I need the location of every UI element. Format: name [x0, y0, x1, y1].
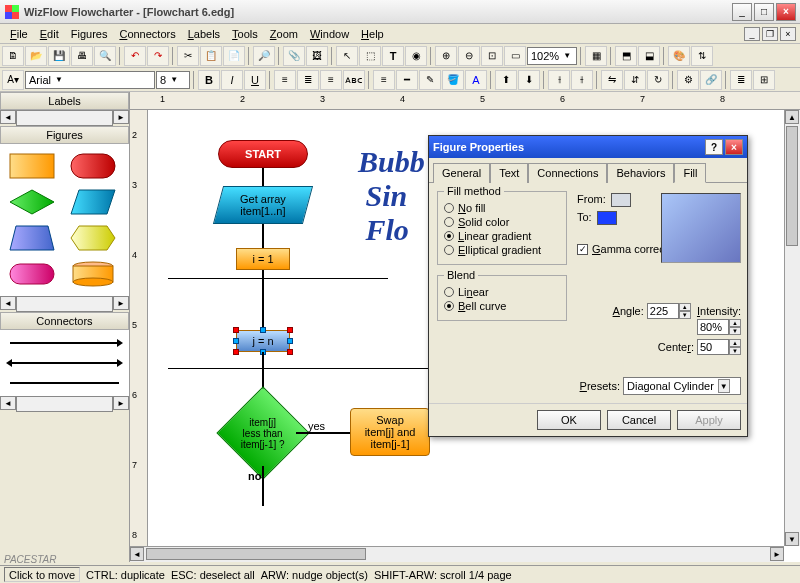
- bold-icon[interactable]: B: [198, 70, 220, 90]
- tab-behaviors[interactable]: Behaviors: [607, 163, 674, 183]
- ungroup-icon[interactable]: ⬓: [638, 46, 660, 66]
- minimize-button[interactable]: _: [732, 3, 752, 21]
- align-center-icon[interactable]: ≣: [297, 70, 319, 90]
- palette-cylinder[interactable]: [69, 260, 117, 288]
- scroll-right-icon[interactable]: ►: [113, 110, 129, 124]
- front-icon[interactable]: ⬆: [495, 70, 517, 90]
- radio-linear-blend[interactable]: Linear: [444, 286, 560, 298]
- from-color-swatch[interactable]: [611, 193, 631, 207]
- horizontal-scrollbar[interactable]: ◄ ►: [130, 546, 784, 562]
- print-icon[interactable]: 🖶: [71, 46, 93, 66]
- palette-rect[interactable]: [8, 152, 56, 180]
- cancel-button[interactable]: Cancel: [607, 410, 671, 430]
- menu-help[interactable]: Help: [355, 26, 390, 42]
- radio-no-fill[interactable]: No fill: [444, 202, 560, 214]
- tab-general[interactable]: General: [433, 163, 490, 183]
- palette-capsule[interactable]: [8, 260, 56, 288]
- palette-parallelogram[interactable]: [69, 188, 117, 216]
- shape-props-icon[interactable]: ⚙: [677, 70, 699, 90]
- input-shape[interactable]: Get array item[1..n]: [213, 186, 313, 224]
- group-icon[interactable]: ⬒: [615, 46, 637, 66]
- find-icon[interactable]: 🔎: [253, 46, 275, 66]
- font-combo[interactable]: Arial▼: [25, 71, 155, 89]
- save-icon[interactable]: 💾: [48, 46, 70, 66]
- mdi-minimize-button[interactable]: _: [744, 27, 760, 41]
- style-dropdown-icon[interactable]: A▾: [2, 70, 24, 90]
- link-icon[interactable]: 🔗: [700, 70, 722, 90]
- intensity-field[interactable]: ▲▼: [697, 319, 741, 335]
- align-right-icon[interactable]: ≡: [320, 70, 342, 90]
- scroll-left-icon[interactable]: ◄: [0, 396, 16, 410]
- grid-icon[interactable]: ▦: [585, 46, 607, 66]
- palette-roundrect[interactable]: [69, 152, 117, 180]
- copy-icon[interactable]: 📋: [200, 46, 222, 66]
- menu-zoom[interactable]: Zoom: [264, 26, 304, 42]
- attach-icon[interactable]: 📎: [283, 46, 305, 66]
- scroll-left-icon[interactable]: ◄: [0, 110, 16, 124]
- italic-icon[interactable]: I: [221, 70, 243, 90]
- palette-arrow[interactable]: [10, 342, 119, 344]
- layer-icon[interactable]: ≣: [730, 70, 752, 90]
- menu-labels[interactable]: Labels: [182, 26, 226, 42]
- preview-icon[interactable]: 🔍: [94, 46, 116, 66]
- select-icon[interactable]: ⬚: [359, 46, 381, 66]
- zoom-fit-icon[interactable]: ⊡: [481, 46, 503, 66]
- close-button[interactable]: ×: [776, 3, 796, 21]
- radio-elliptical[interactable]: Elliptical gradient: [444, 244, 560, 256]
- radio-linear[interactable]: Linear gradient: [444, 230, 560, 242]
- mdi-restore-button[interactable]: ❐: [762, 27, 778, 41]
- scroll-right-icon[interactable]: ►: [113, 396, 129, 410]
- align-v-icon[interactable]: ⫳: [571, 70, 593, 90]
- vertical-scrollbar[interactable]: ▲ ▼: [784, 110, 800, 546]
- text-color-icon[interactable]: A: [465, 70, 487, 90]
- line-weight-icon[interactable]: ━: [396, 70, 418, 90]
- ok-button[interactable]: OK: [537, 410, 601, 430]
- menu-connectors[interactable]: Connectors: [113, 26, 181, 42]
- palette-trapezoid[interactable]: [8, 224, 56, 252]
- presets-dropdown[interactable]: Diagonal Cylinder▼: [623, 377, 741, 395]
- tab-fill[interactable]: Fill: [674, 163, 706, 183]
- start-shape[interactable]: START: [218, 140, 308, 168]
- line-color-icon[interactable]: ✎: [419, 70, 441, 90]
- to-color-swatch[interactable]: [597, 211, 617, 225]
- back-icon[interactable]: ⬇: [518, 70, 540, 90]
- tab-connections[interactable]: Connections: [528, 163, 607, 183]
- font-size-combo[interactable]: 8▼: [156, 71, 190, 89]
- align-left-icon[interactable]: ≡: [274, 70, 296, 90]
- node-icon[interactable]: ◉: [405, 46, 427, 66]
- rotate-icon[interactable]: ↻: [647, 70, 669, 90]
- help-button[interactable]: ?: [705, 139, 723, 155]
- scroll-left-icon[interactable]: ◄: [0, 296, 16, 310]
- style-icon[interactable]: 🎨: [668, 46, 690, 66]
- palette-diamond[interactable]: [8, 188, 56, 216]
- zoom-in-icon[interactable]: ⊕: [435, 46, 457, 66]
- radio-bell[interactable]: Bell curve: [444, 300, 560, 312]
- menu-file[interactable]: File: [4, 26, 34, 42]
- palette-line[interactable]: [10, 382, 119, 384]
- fill-color-icon[interactable]: 🪣: [442, 70, 464, 90]
- tab-text[interactable]: Text: [490, 163, 528, 183]
- zoom-combo[interactable]: 102%▼: [527, 47, 577, 65]
- maximize-button[interactable]: □: [754, 3, 774, 21]
- paste-icon[interactable]: 📄: [223, 46, 245, 66]
- palette-hexagon[interactable]: [69, 224, 117, 252]
- menu-edit[interactable]: Edit: [34, 26, 65, 42]
- undo-icon[interactable]: ↶: [124, 46, 146, 66]
- zoom-page-icon[interactable]: ▭: [504, 46, 526, 66]
- open-icon[interactable]: 📂: [25, 46, 47, 66]
- flip-v-icon[interactable]: ⇵: [624, 70, 646, 90]
- smallcaps-icon[interactable]: ᴀʙᴄ: [343, 70, 365, 90]
- arrange-icon[interactable]: ⇅: [691, 46, 713, 66]
- mdi-close-button[interactable]: ×: [780, 27, 796, 41]
- insert-icon[interactable]: ⊞: [753, 70, 775, 90]
- process-i-shape[interactable]: i = 1: [236, 248, 290, 270]
- scroll-right-icon[interactable]: ►: [113, 296, 129, 310]
- menu-figures[interactable]: Figures: [65, 26, 114, 42]
- cut-icon[interactable]: ✂: [177, 46, 199, 66]
- underline-icon[interactable]: U: [244, 70, 266, 90]
- menu-tools[interactable]: Tools: [226, 26, 264, 42]
- line-style-icon[interactable]: ≡: [373, 70, 395, 90]
- pointer-icon[interactable]: ↖: [336, 46, 358, 66]
- angle-field[interactable]: ▲▼: [647, 303, 691, 319]
- flip-h-icon[interactable]: ⇋: [601, 70, 623, 90]
